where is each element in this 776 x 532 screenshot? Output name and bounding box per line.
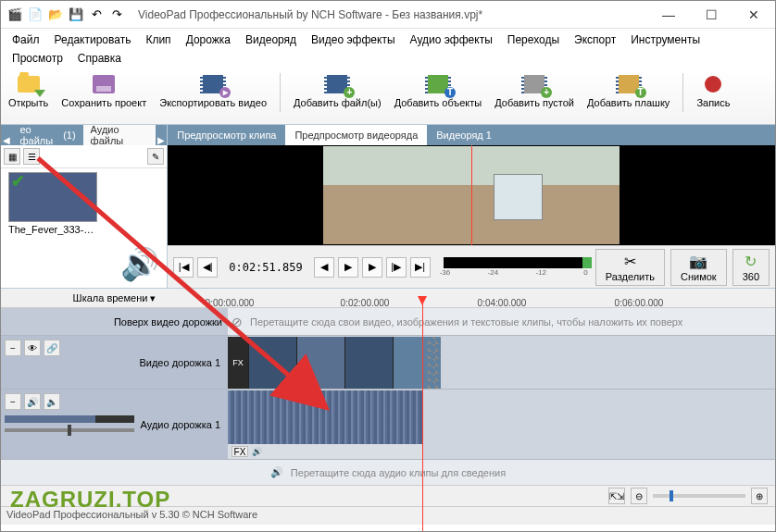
bin-tab-next[interactable]: ▶ [156, 135, 167, 145]
add-blank-button[interactable]: +Добавить пустой [494, 73, 574, 108]
new-icon[interactable]: 📄 [27, 6, 44, 23]
open-button[interactable]: Открыть [8, 73, 48, 108]
preview-viewport[interactable] [168, 145, 775, 245]
track-link-button[interactable]: 🔗 [44, 340, 60, 356]
app-icon: 🎬 [6, 6, 23, 23]
mix-speaker-icon: 🔊 [270, 466, 283, 478]
scissors-icon: ✂ [624, 253, 636, 270]
bin-item-label: The_Fever_333-W... [8, 222, 97, 235]
menubar: Файл Редактировать Клип Дорожка Видеоряд… [1, 29, 775, 69]
menu-help[interactable]: Справка [70, 49, 129, 68]
add-objects-button[interactable]: TДобавить объекты [394, 73, 482, 108]
track-visibility-button[interactable]: 👁 [24, 340, 41, 356]
watermark: ZAGRUZI.TOP [10, 487, 170, 513]
window-title: VideoPad Профессиональный by NCH Softwar… [131, 8, 647, 21]
zoom-out-button[interactable]: ⊖ [631, 488, 647, 504]
crossfade-icon[interactable] [428, 337, 441, 389]
audio-fx-handle[interactable]: FX [232, 446, 248, 457]
close-button[interactable]: ✕ [732, 1, 775, 29]
view-thumb-button[interactable]: ▦ [4, 148, 20, 165]
save-qat-icon[interactable]: 💾 [68, 6, 84, 23]
view-list-button[interactable]: ☰ [23, 148, 40, 165]
video-track-body[interactable]: FX [228, 336, 775, 389]
atrack-collapse-button[interactable]: − [5, 393, 21, 410]
redo-icon[interactable]: ↷ [108, 6, 125, 23]
open-qat-icon[interactable]: 📂 [47, 6, 64, 23]
add-files-button[interactable]: +Добавить файл(ы) [294, 73, 382, 108]
menu-clip[interactable]: Клип [138, 31, 178, 49]
go-start-button[interactable]: |◀ [173, 257, 194, 278]
audio-track-body[interactable]: FX🔊 [228, 390, 775, 459]
record-button[interactable]: Запись [696, 73, 730, 108]
overlay-track-header: Поверх видео дорожки [1, 308, 228, 335]
timeline-scale-label[interactable]: Шкала времени ▾ [1, 292, 228, 304]
menu-track[interactable]: Дорожка [179, 31, 238, 49]
menu-transitions[interactable]: Переходы [500, 31, 567, 49]
timecode: 0:02:51.859 [221, 261, 309, 274]
menu-tools[interactable]: Инструменты [623, 31, 707, 49]
edit-clip-button[interactable]: ✎ [147, 148, 164, 165]
atrack-mute-button[interactable]: 🔊 [24, 393, 41, 410]
camera-icon: 📷 [689, 253, 707, 270]
clip-speaker-icon: 🔊 [252, 447, 262, 456]
zoom-in-button[interactable]: ⊕ [751, 488, 768, 504]
video-track-header: − 👁 🔗 Видео дорожка 1 [1, 336, 228, 389]
menu-view[interactable]: Просмотр [5, 49, 70, 68]
bin-item[interactable]: The_Fever_333-W... [8, 172, 97, 235]
timeline-playhead[interactable] [422, 298, 423, 532]
step-back-button[interactable]: ◀| [197, 257, 218, 278]
audio-waveform-icon [8, 172, 97, 222]
menu-sequence[interactable]: Видеоряд [238, 31, 304, 49]
play-button[interactable]: ▶ [338, 257, 358, 278]
preview-tab-sequence[interactable]: Предпросмотр видеоряда [285, 125, 427, 145]
next-frame-button[interactable]: ▶ [362, 257, 382, 278]
refresh-icon: ↻ [745, 253, 757, 270]
overlay-track-body[interactable]: Перетащите сюда свои видео, изображения … [228, 308, 775, 335]
track-collapse-button[interactable]: − [5, 340, 21, 356]
zoom-fit-button[interactable]: ⇱⇲ [608, 488, 625, 504]
undo-icon[interactable]: ↶ [88, 6, 105, 23]
prev-frame-button[interactable]: ◀ [314, 257, 334, 278]
save-project-button[interactable]: Сохранить проект [61, 73, 146, 108]
menu-audio-fx[interactable]: Аудио эффекты [403, 31, 500, 49]
step-fwd-button[interactable]: |▶ [386, 257, 407, 278]
split-button[interactable]: ✂Разделить [595, 249, 665, 286]
audio-mix-track[interactable]: 🔊 Перетащите сюда аудио клипы для сведен… [1, 460, 775, 486]
snapshot-button[interactable]: 📷Снимок [670, 249, 727, 286]
atrack-solo-button[interactable]: 🔈 [44, 393, 60, 410]
audio-meter [444, 257, 592, 268]
menu-file[interactable]: Файл [5, 31, 47, 49]
audio-clip[interactable]: FX🔊 [228, 390, 422, 459]
export-video-button[interactable]: ▸Экспортировать видео [159, 73, 267, 108]
add-title-button[interactable]: TДобавить плашку [587, 73, 670, 108]
titlebar: 🎬 📄 📂 💾 ↶ ↷ VideoPad Профессиональный by… [1, 1, 775, 29]
toolbar: Открыть Сохранить проект ▸Экспортировать… [1, 69, 775, 125]
bin-area[interactable]: The_Fever_333-W... 🔊 [1, 168, 167, 288]
bin-tab-audio[interactable]: Аудио файлы [83, 125, 156, 145]
bin-tab-prev[interactable]: ◀ [1, 135, 12, 145]
audio-track-header: − 🔊 🔈 Аудио дорожка 1 [1, 390, 228, 459]
menu-export[interactable]: Экспорт [567, 31, 623, 49]
video-fx-handle[interactable]: FX [228, 337, 248, 389]
speaker-icon: 🔊 [120, 245, 159, 282]
menu-edit[interactable]: Редактировать [47, 31, 139, 49]
preview-tab-seq1[interactable]: Видеоряд 1 [427, 125, 501, 145]
view-360-button[interactable]: ↻360 [732, 249, 770, 286]
bin-tab-video[interactable]: ео файлы (1) [12, 125, 82, 145]
menu-video-fx[interactable]: Видео эффекты [304, 31, 402, 49]
waveform [228, 390, 422, 444]
maximize-button[interactable]: ☐ [690, 1, 732, 29]
video-clip[interactable]: FX [228, 337, 441, 389]
preview-playhead [471, 145, 472, 245]
zoom-slider[interactable] [653, 494, 745, 498]
minimize-button[interactable]: — [647, 1, 690, 29]
go-end-button[interactable]: ▶| [410, 257, 431, 278]
preview-tab-clip[interactable]: Предпросмотр клипа [168, 125, 285, 145]
